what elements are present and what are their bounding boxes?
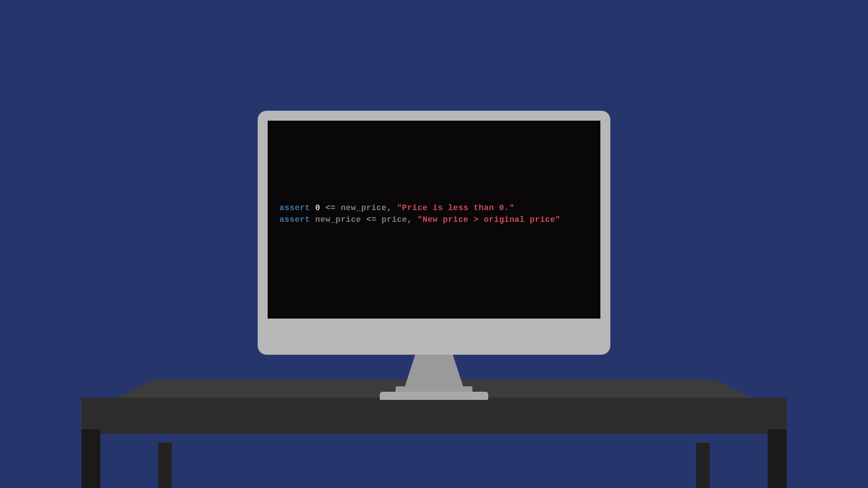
string-literal: "Price is less than 0." <box>397 203 514 212</box>
operator-lte: <= <box>366 215 377 224</box>
monitor-stand-base <box>380 392 488 400</box>
illustration-scene: assert 0 <= new_price, "Price is less th… <box>0 0 868 488</box>
identifier: new_price <box>341 203 387 212</box>
desk-leg <box>81 429 100 488</box>
monitor-screen: assert 0 <= new_price, "Price is less th… <box>268 121 600 319</box>
desk-leg <box>768 429 787 488</box>
code-line-2: assert new_price <= price, "New price > … <box>279 214 589 225</box>
desk-leg <box>696 443 710 488</box>
monitor: assert 0 <= new_price, "Price is less th… <box>258 111 610 400</box>
number-literal: 0 <box>315 203 320 212</box>
desk <box>81 398 787 434</box>
string-literal: "New price > original price" <box>417 215 560 224</box>
code-line-1: assert 0 <= new_price, "Price is less th… <box>279 202 589 214</box>
comma: , <box>407 215 412 224</box>
keyword-assert: assert <box>279 215 310 224</box>
monitor-stand-neck <box>405 351 463 387</box>
desk-leg <box>158 443 172 488</box>
comma: , <box>387 203 392 212</box>
identifier: price <box>382 215 407 224</box>
operator-lte: <= <box>326 203 336 212</box>
keyword-assert: assert <box>279 203 310 212</box>
identifier: new_price <box>315 215 361 224</box>
monitor-bezel: assert 0 <= new_price, "Price is less th… <box>258 111 610 355</box>
